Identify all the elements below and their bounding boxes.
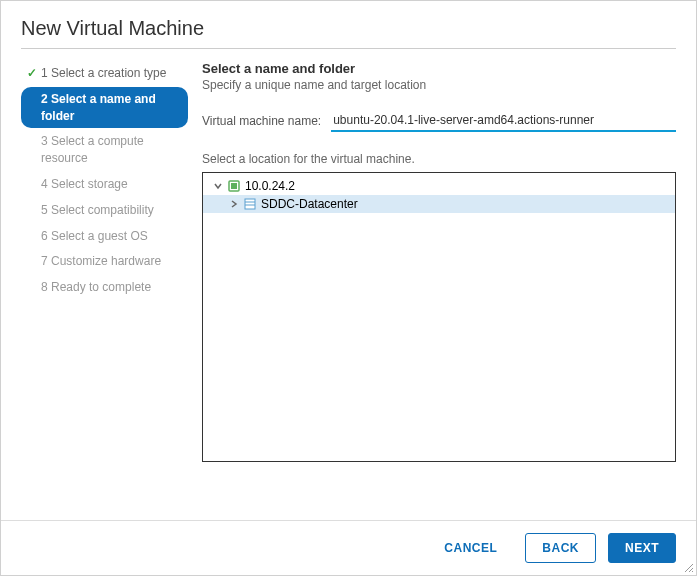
tree-root-label: 10.0.24.2 [245, 179, 295, 193]
tree-root-host[interactable]: 10.0.24.2 [203, 177, 675, 195]
step-customize-hardware: 7 Customize hardware [21, 249, 188, 274]
location-tree[interactable]: 10.0.24.2 SDDC-Datacenter [202, 172, 676, 462]
section-subheading: Specify a unique name and target locatio… [202, 78, 676, 92]
svg-line-7 [692, 571, 693, 572]
caret-right-icon[interactable] [229, 200, 239, 208]
svg-rect-1 [231, 183, 237, 189]
wizard-steps: 1 Select a creation type 2 Select a name… [21, 61, 196, 462]
vcenter-icon [227, 179, 241, 193]
datacenter-icon [243, 197, 257, 211]
caret-down-icon[interactable] [213, 182, 223, 190]
dialog-title: New Virtual Machine [21, 17, 676, 49]
vmname-input[interactable] [331, 110, 676, 132]
cancel-button[interactable]: CANCEL [428, 533, 513, 563]
next-button[interactable]: NEXT [608, 533, 676, 563]
dialog-footer: CANCEL BACK NEXT [1, 520, 696, 575]
tree-datacenter-label: SDDC-Datacenter [261, 197, 358, 211]
location-label: Select a location for the virtual machin… [202, 152, 676, 166]
step-name-folder[interactable]: 2 Select a name and folder [21, 87, 188, 129]
step-compute-resource: 3 Select a compute resource [21, 129, 188, 171]
step-creation-type[interactable]: 1 Select a creation type [21, 61, 188, 86]
step-guest-os: 6 Select a guest OS [21, 224, 188, 249]
back-button[interactable]: BACK [525, 533, 596, 563]
svg-rect-2 [245, 199, 255, 209]
step-storage: 4 Select storage [21, 172, 188, 197]
step-ready-complete: 8 Ready to complete [21, 275, 188, 300]
tree-datacenter[interactable]: SDDC-Datacenter [203, 195, 675, 213]
vmname-label: Virtual machine name: [202, 114, 321, 128]
section-heading: Select a name and folder [202, 61, 676, 76]
svg-line-5 [685, 564, 693, 572]
step-compatibility: 5 Select compatibility [21, 198, 188, 223]
resize-grip-icon[interactable] [684, 563, 694, 573]
